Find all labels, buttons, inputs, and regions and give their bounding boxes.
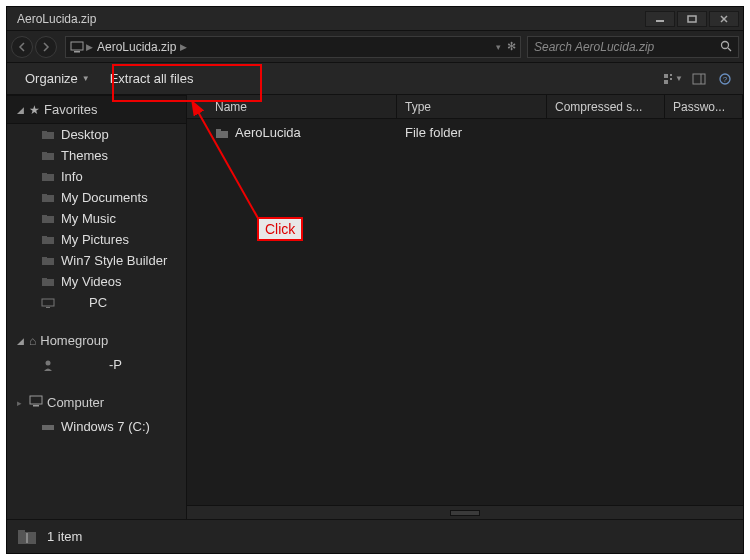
sidebar-item-drive-c[interactable]: Windows 7 (C:) (7, 416, 186, 437)
sidebar-item-label: My Music (61, 211, 116, 226)
svg-rect-4 (71, 42, 83, 50)
address-bar[interactable]: ▶ AeroLucida.zip ▶ ▾ ✻ (65, 36, 521, 58)
extract-label: Extract all files (110, 71, 194, 86)
svg-rect-24 (42, 216, 54, 223)
status-text: 1 item (47, 529, 82, 544)
sidebar-item-my-pictures[interactable]: My Pictures (7, 229, 186, 250)
column-label: Type (405, 100, 431, 114)
sidebar-item-label: Themes (61, 148, 108, 163)
column-label: Name (215, 100, 247, 114)
sidebar-item-label: Info (61, 169, 83, 184)
sidebar-item-my-videos[interactable]: My Videos (7, 271, 186, 292)
sidebar: ◢ ★ Favorites Desktop Themes Info My Doc… (7, 95, 187, 519)
column-label: Passwo... (673, 100, 725, 114)
breadcrumb-item[interactable]: AeroLucida.zip (93, 40, 180, 54)
search-box[interactable] (527, 36, 739, 58)
refresh-icon[interactable]: ✻ (507, 40, 516, 53)
column-name[interactable]: Name (187, 95, 397, 118)
cell-type: File folder (397, 121, 547, 144)
column-label: Compressed s... (555, 100, 642, 114)
back-button[interactable] (11, 36, 33, 58)
computer-label: Computer (47, 395, 104, 410)
svg-rect-19 (42, 152, 47, 154)
svg-rect-22 (42, 195, 54, 202)
svg-rect-29 (42, 257, 47, 259)
svg-rect-32 (42, 299, 54, 306)
sidebar-item-label: Windows 7 (C:) (61, 419, 150, 434)
folder-icon (215, 127, 229, 139)
homegroup-header[interactable]: ◢ ⌂ Homegroup (7, 327, 186, 354)
annotation-click-label: Click (257, 217, 303, 241)
sidebar-item-label: Desktop (61, 127, 109, 142)
table-row[interactable]: AeroLucida File folder (187, 119, 743, 146)
address-dropdown-icon[interactable]: ▾ (496, 42, 501, 52)
close-button[interactable] (709, 11, 739, 27)
svg-rect-20 (42, 174, 54, 181)
column-type[interactable]: Type (397, 95, 547, 118)
titlebar: AeroLucida.zip (7, 7, 743, 31)
svg-rect-12 (693, 74, 705, 84)
sidebar-item-win7-style-builder[interactable]: Win7 Style Builder (7, 250, 186, 271)
minimize-button[interactable] (645, 11, 675, 27)
collapse-icon: ▸ (17, 398, 27, 408)
zip-folder-icon (15, 527, 39, 547)
svg-rect-1 (688, 16, 696, 22)
body: ◢ ★ Favorites Desktop Themes Info My Doc… (7, 95, 743, 519)
organize-button[interactable]: Organize ▼ (15, 67, 100, 90)
favorites-header[interactable]: ◢ ★ Favorites (7, 95, 186, 124)
sidebar-item-label: My Pictures (61, 232, 129, 247)
svg-rect-21 (42, 173, 47, 175)
computer-header[interactable]: ▸ Computer (7, 389, 186, 416)
sidebar-item-homegroup-user[interactable]: -P (7, 354, 186, 375)
svg-rect-23 (42, 194, 47, 196)
crumb-sep-icon: ▶ (86, 42, 93, 52)
sidebar-item-themes[interactable]: Themes (7, 145, 186, 166)
sidebar-item-info[interactable]: Info (7, 166, 186, 187)
svg-rect-41 (18, 530, 25, 533)
view-options-icon[interactable]: ▼ (663, 69, 683, 89)
svg-rect-33 (46, 307, 50, 308)
search-input[interactable] (534, 40, 720, 54)
svg-rect-26 (42, 237, 54, 244)
homegroup-icon: ⌂ (29, 334, 36, 348)
svg-rect-37 (42, 425, 54, 430)
horizontal-scrollbar[interactable] (187, 505, 743, 519)
folder-icon (41, 234, 55, 246)
sidebar-item-label: My Videos (61, 274, 121, 289)
svg-rect-8 (664, 74, 668, 78)
sidebar-item-desktop[interactable]: Desktop (7, 124, 186, 145)
favorites-label: Favorites (44, 102, 97, 117)
column-password[interactable]: Passwo... (665, 95, 743, 118)
svg-rect-25 (42, 215, 47, 217)
column-compressed-size[interactable]: Compressed s... (547, 95, 665, 118)
scrollbar-thumb[interactable] (450, 510, 480, 516)
folder-icon (41, 171, 55, 183)
maximize-button[interactable] (677, 11, 707, 27)
svg-rect-17 (42, 131, 47, 133)
toolbar: Organize ▼ Extract all files ▼ ? (7, 63, 743, 95)
sidebar-item-my-documents[interactable]: My Documents (7, 187, 186, 208)
star-icon: ★ (29, 103, 40, 117)
svg-point-6 (722, 41, 729, 48)
preview-pane-icon[interactable] (689, 69, 709, 89)
help-icon[interactable]: ? (715, 69, 735, 89)
svg-rect-27 (42, 236, 47, 238)
sidebar-item-label: My Documents (61, 190, 148, 205)
sidebar-item-label: Win7 Style Builder (61, 253, 167, 268)
status-bar: 1 item (7, 519, 743, 553)
user-icon (41, 359, 55, 371)
forward-button[interactable] (35, 36, 57, 58)
sidebar-item-pc[interactable]: PC (7, 292, 186, 313)
sidebar-item-my-music[interactable]: My Music (7, 208, 186, 229)
cell-name: AeroLucida (187, 121, 397, 144)
annotation-text: Click (265, 221, 295, 237)
search-icon[interactable] (720, 38, 732, 56)
svg-line-7 (728, 48, 731, 51)
chevron-down-icon: ▼ (82, 74, 90, 83)
svg-text:?: ? (723, 75, 728, 84)
computer-icon (41, 297, 55, 309)
sidebar-item-label: -P (109, 357, 122, 372)
folder-icon (41, 213, 55, 225)
extract-all-button[interactable]: Extract all files (100, 67, 204, 90)
computer-crumb-icon (70, 41, 84, 53)
